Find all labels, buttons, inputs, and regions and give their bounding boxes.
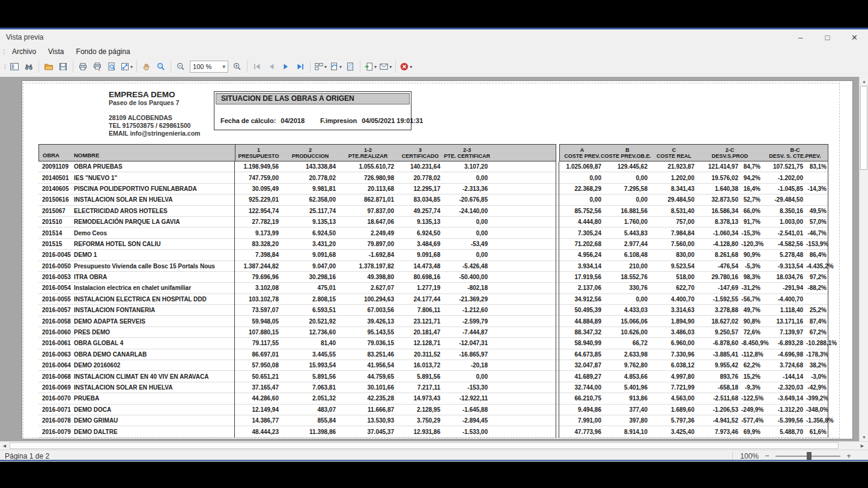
cell-desv-cte-prev: -2.541,01	[762, 230, 806, 236]
zoom-out-icon[interactable]	[174, 59, 188, 74]
toolbar-grip-icon: ⁞	[1, 63, 7, 70]
minimize-button[interactable]: –	[787, 29, 814, 45]
cell-desv-cte-prev-pct: -42,9%	[806, 384, 828, 391]
nav-last-page-icon[interactable]	[293, 59, 308, 74]
pan-hand-icon[interactable]	[139, 59, 154, 74]
horizontal-scrollbar[interactable]: ◀ ▶	[0, 441, 868, 450]
cell-pte-certificar: -1.533,00	[443, 429, 491, 435]
print-icon[interactable]	[76, 59, 90, 74]
cell-desv-s-prod: 19.576,02	[697, 175, 741, 181]
cell-desv-cte-prev-pct: -10.288,1%	[806, 340, 828, 346]
nav-first-page-icon[interactable]	[250, 59, 264, 74]
scroll-left-icon[interactable]: ◀	[0, 442, 9, 450]
find-icon[interactable]	[22, 59, 36, 74]
close-button[interactable]: ✕	[841, 29, 868, 45]
menu-archivo[interactable]: Archivo	[6, 46, 42, 57]
cell-produccion: 7.063,81	[282, 384, 339, 391]
scroll-up-icon[interactable]: ▲	[860, 77, 868, 85]
cell-desv-s-prod: 8.378,13	[697, 218, 741, 225]
scroll-right-icon[interactable]: ▶	[858, 442, 867, 450]
cell-pte-realizar: 100.294,63	[339, 296, 397, 303]
cell-pte-realizar: 2.249,49	[339, 230, 397, 236]
table-row: 201510REMODELACIÓN PARQUE LA GAVIA27.782…	[38, 217, 828, 227]
horizontal-scrollbar-thumb[interactable]	[10, 442, 839, 449]
cell-pte-realizar: 67.003,56	[339, 307, 397, 313]
cell-coste-real: 4.563,00	[651, 395, 697, 402]
panes-icon[interactable]	[7, 59, 22, 74]
cell-desv-s-prod-pct: 84,7%	[741, 163, 762, 170]
cell-certificado: 14.473,48	[397, 263, 443, 270]
export-icon[interactable]: ▾	[328, 59, 343, 74]
vertical-scrollbar-thumb[interactable]	[860, 86, 867, 170]
close-preview-icon[interactable]: ▾	[398, 59, 413, 74]
cell-presupuesto: 30.095,49	[235, 185, 282, 192]
cell-produccion: 12.736,60	[282, 329, 339, 336]
scale-icon[interactable]: ▾	[119, 59, 134, 74]
cell-produccion: 9.135,13	[282, 218, 339, 225]
cell-desv-s-prod: 893,76	[697, 373, 741, 380]
cell-coste-prev: 34.912,56	[559, 296, 604, 303]
table-row: 2016-0058DEMO ADAPTA SERVEIS59.948,0520.…	[38, 316, 828, 327]
cell-pte-certificar: 3.107,20	[443, 163, 491, 170]
cell-coste-prev: 41.689,27	[559, 373, 604, 380]
cell-coste-real: 1.202,00	[651, 175, 697, 181]
preview-icon[interactable]	[105, 59, 119, 74]
dropdown-caret-icon: ▾	[324, 64, 327, 70]
menu-fondo-de-pagina[interactable]: Fondo de página	[70, 46, 136, 57]
f-impresion-label: F.impresion	[320, 117, 357, 124]
cell-pte-realizar: 30.101,66	[339, 384, 397, 391]
vertical-scrollbar[interactable]: ▲ ▼	[859, 77, 868, 441]
cell-produccion: 2.808,15	[282, 296, 339, 303]
statusbar-zoom-value: 100%	[740, 452, 759, 460]
menu-vista[interactable]: Vista	[42, 46, 70, 57]
cell-desv-s-prod: -4.941,52	[697, 417, 741, 424]
zoom-plus-button[interactable]: +	[845, 451, 852, 460]
cell-desv-s-prod: -476,54	[697, 263, 741, 270]
cell-pte-certificar: 0,00	[443, 252, 491, 258]
multipage-layout-icon[interactable]: ▾	[313, 59, 328, 74]
preview-window: Vista previa – □ ✕ ⁞ Archivo Vista Fondo…	[0, 28, 868, 461]
nav-prev-page-icon[interactable]	[264, 59, 279, 74]
header-col: 2-CDESV.S.PROD	[697, 144, 762, 161]
cell-desv-s-prod-pct: -56,7%	[741, 296, 762, 303]
watermark-icon[interactable]	[343, 59, 357, 74]
cell-coste-real: 4.997,80	[651, 373, 697, 380]
cell-obra: 2016-0070	[38, 395, 73, 402]
cell-certificado: 14.973,43	[397, 395, 443, 402]
cell-desv-cte-prev-pct: -399,2%	[806, 395, 828, 402]
toolbar: ⁞	[0, 58, 868, 75]
cell-pte-certificar: -12.047,31	[443, 340, 491, 346]
cell-nombre: INSTALACION ELECTRICA EN HOSPITAL DDD	[73, 296, 235, 303]
print-setup-icon[interactable]	[90, 59, 105, 74]
toolbar-separator	[73, 61, 73, 73]
cell-obra: 2016-0053	[38, 274, 73, 280]
zoom-in-icon[interactable]	[230, 59, 244, 74]
cell-desv-s-prod: 9.250,57	[697, 329, 741, 336]
cell-pte-certificar: 0,00	[443, 175, 491, 181]
cell-desv-cte-prev: 7.139,97	[762, 329, 806, 336]
cell-pte-realizar: 18.647,06	[339, 218, 397, 225]
nav-next-page-icon[interactable]	[279, 59, 293, 74]
company-name: EMPRESA DEMO	[109, 90, 200, 99]
zoom-slider-thumb[interactable]	[807, 452, 812, 460]
company-city: 28109 ALCOBENDAS	[109, 114, 200, 122]
cell-desv-s-prod-pct: 91,7%	[741, 218, 762, 225]
send-to-file-icon[interactable]: ▾	[363, 59, 378, 74]
zoom-slider[interactable]	[775, 452, 840, 460]
open-icon[interactable]	[41, 59, 56, 74]
table-row: 2016-0045DEMO 17.398,849.091,68-1.692,84…	[38, 250, 828, 261]
cell-obra: 2016-0045	[38, 252, 73, 258]
cell-produccion: 25.117,74	[282, 208, 339, 214]
cell-pte-realizar: 2.627,07	[339, 285, 397, 291]
email-icon[interactable]: ▾	[378, 59, 393, 74]
toolbar-separator	[395, 61, 396, 73]
table-row: 2016-0050Presupuesto Vivienda calle Bosc…	[38, 261, 828, 272]
zoom-level-combo[interactable]: 100 % ▾	[190, 61, 228, 73]
zoom-dynamic-icon[interactable]	[154, 59, 168, 74]
save-icon[interactable]	[56, 59, 70, 74]
zoom-minus-button[interactable]: −	[763, 451, 771, 460]
cell-presupuesto: 86.697,01	[235, 351, 282, 358]
cell-desv-cte-prev-pct: -14,3%	[806, 185, 828, 192]
scroll-down-icon[interactable]: ▼	[860, 433, 868, 441]
maximize-button[interactable]: □	[814, 29, 841, 45]
